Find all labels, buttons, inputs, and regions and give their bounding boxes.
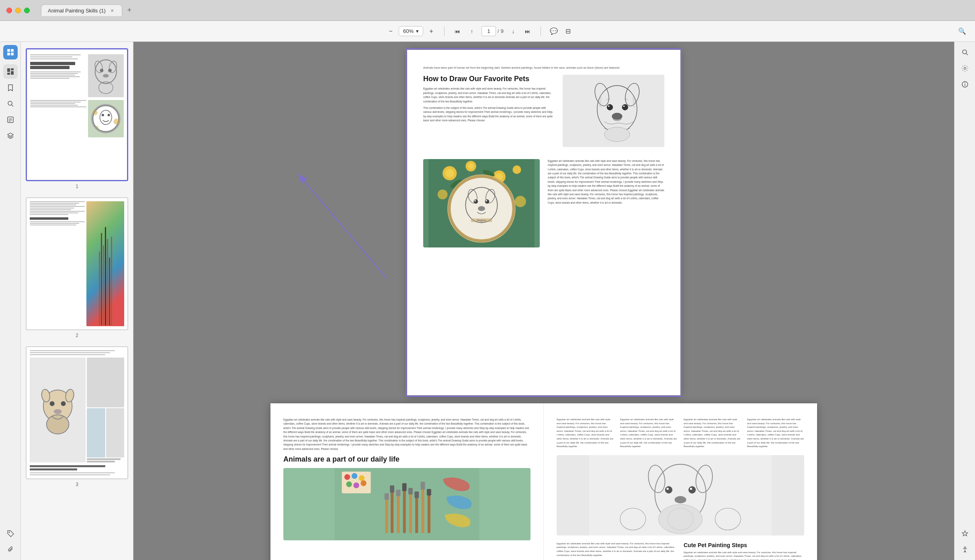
svg-point-21 [103,74,109,78]
svg-rect-10 [8,117,13,123]
first-page-button[interactable]: ⏮ [451,25,464,38]
svg-rect-94 [427,489,431,495]
toolbar-right: 🔍 [956,25,969,38]
svg-point-64 [485,199,490,204]
thumbnails-panel: 1 [21,42,133,560]
svg-rect-88 [408,488,413,494]
svg-rect-1 [11,49,14,52]
page-3-title: Cute Pet Painting Steps [684,542,804,548]
svg-rect-81 [391,490,393,533]
sidebar-icon-annotations[interactable] [3,112,18,127]
right-sidebar-icon-accessibility[interactable] [958,542,972,557]
svg-point-32 [41,389,51,403]
page-1-body1: Egyptian art celebrates animals like cat… [423,87,555,104]
right-sidebar-icon-settings[interactable] [958,61,972,76]
sidebar-icon-attach[interactable] [3,542,18,557]
svg-point-113 [965,83,965,84]
svg-point-76 [346,481,352,487]
svg-point-45 [604,127,630,141]
annotation-tools: 💬 ⊟ [547,25,575,38]
sidebar-icon-app[interactable] [3,45,18,59]
svg-rect-90 [414,491,419,498]
document-area[interactable]: Animals have been part of human art from… [133,42,954,560]
svg-rect-4 [7,68,10,72]
sidebar-icon-search[interactable] [3,96,18,111]
svg-point-108 [963,50,967,54]
next-page-button[interactable]: ↓ [507,25,520,38]
svg-line-9 [12,105,13,106]
right-sidebar-icon-star[interactable] [958,526,972,541]
toolbar-divider-1 [444,27,444,36]
svg-point-100 [688,486,696,493]
page-2-col4: Egyptian art celebrates animals like cat… [747,418,804,449]
zoom-out-button[interactable]: − [384,25,397,38]
svg-point-27 [93,110,98,115]
svg-point-48 [445,169,454,177]
page-1-dog-image [563,75,664,147]
zoom-in-button[interactable]: + [425,25,438,38]
svg-rect-6 [7,73,10,75]
svg-point-55 [515,196,526,207]
zoom-display[interactable]: 60% ▾ [399,26,423,36]
page-2-right-col1: Egyptian art celebrates animals like cat… [557,542,677,560]
svg-point-26 [108,114,110,116]
comment-tool-button[interactable]: 💬 [547,25,560,38]
thumbnail-2[interactable]: 2 [26,197,128,338]
page-total: 9 [501,28,504,34]
page-2-col3: Egyptian art celebrates animals like cat… [684,418,741,449]
page-1: Animals have been part of human art from… [407,50,680,395]
main-area: 1 [0,42,975,560]
page-2-col2: Egyptian art celebrates animals like cat… [620,418,677,449]
svg-point-35 [61,401,66,406]
svg-rect-85 [403,488,406,533]
svg-point-42 [608,105,610,107]
fullscreen-button[interactable] [24,8,30,13]
right-sidebar [954,42,975,560]
svg-rect-84 [396,490,401,496]
svg-point-99 [665,486,672,493]
right-sidebar-icon-search[interactable] [958,45,972,59]
close-button[interactable] [6,8,12,13]
svg-point-31 [47,415,69,434]
page-1-title: How to Draw Our Favorite Pets [423,75,555,83]
thumbnail-1[interactable]: 1 [26,48,128,189]
new-tab-button[interactable]: + [124,5,135,16]
sidebar-icon-layers[interactable] [3,129,18,143]
thumbnail-1-number: 1 [26,184,128,189]
page-2-right: Egyptian art celebrates animals like cat… [544,403,817,560]
svg-point-39 [623,82,641,107]
prev-page-button[interactable]: ↑ [465,25,478,38]
svg-point-8 [8,101,12,105]
page-2-brush-image [283,468,531,540]
page-1-section2-text: Egyptian art celebrates animals like cat… [548,159,664,247]
svg-point-110 [964,67,966,69]
page-2-left: Egyptian art celebrates animals like cat… [270,403,544,560]
view-mode-button[interactable]: ⊟ [562,25,575,38]
svg-rect-91 [422,486,424,533]
page-2-col1: Egyptian art celebrates animals like cat… [557,418,614,449]
sidebar-icon-bookmarks[interactable] [3,80,18,95]
svg-point-102 [690,488,692,490]
svg-rect-5 [11,68,14,70]
zoom-arrow-icon: ▾ [416,28,419,34]
page-number-input[interactable] [481,26,496,36]
zoom-controls: − 60% ▾ + [384,25,438,38]
tab-close-button[interactable]: ✕ [109,7,115,14]
sidebar-icon-thumbnails[interactable] [3,64,18,79]
svg-point-15 [95,60,117,84]
svg-point-74 [352,473,357,478]
tab-document[interactable]: Animal Painting Skills (1) ✕ [41,4,122,16]
sidebar-icon-tags[interactable] [3,526,18,541]
svg-point-73 [344,474,350,480]
minimize-button[interactable] [15,8,21,13]
svg-point-40 [607,104,612,110]
search-button[interactable]: 🔍 [956,25,969,38]
svg-rect-79 [385,497,388,533]
svg-text:Regina: Regina [477,219,486,222]
svg-rect-86 [402,483,407,491]
svg-rect-83 [397,493,399,533]
last-page-button[interactable]: ⏭ [521,25,534,38]
thumbnail-3[interactable]: 3 [26,346,128,487]
svg-point-66 [486,200,488,202]
right-sidebar-icon-info[interactable] [958,77,972,92]
